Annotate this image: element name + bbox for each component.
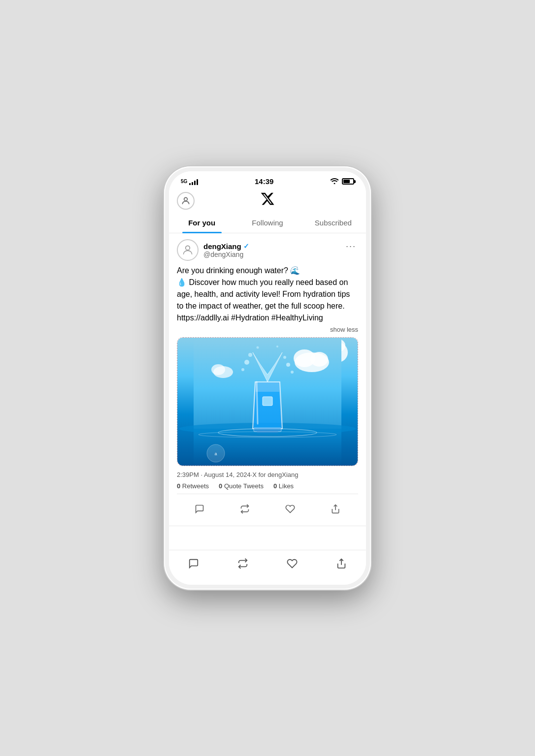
tab-subscribed[interactable]: Subscribed (301, 212, 366, 233)
tab-following[interactable]: Following (234, 212, 300, 233)
status-left: 5G (181, 178, 198, 185)
app-header (169, 188, 366, 212)
retweet-button[interactable] (235, 501, 255, 517)
profile-avatar-button[interactable] (177, 192, 195, 210)
signal-bar-3 (194, 181, 196, 185)
status-right (330, 177, 354, 186)
tab-bar: For you Following Subscribed (169, 212, 366, 233)
water-visual: a (177, 338, 358, 466)
signal-bar-2 (192, 182, 193, 185)
tweet-actions (177, 498, 358, 520)
svg-point-1 (186, 246, 190, 250)
svg-point-13 (244, 360, 249, 365)
svg-point-16 (291, 371, 294, 374)
svg-rect-12 (263, 397, 272, 406)
verified-badge: ✓ (243, 242, 249, 250)
bottom-reply-button[interactable] (182, 555, 205, 575)
tweet: dengXiang ✓ @dengXiang ··· Are you drink… (169, 233, 366, 526)
tweet-text: Are you drinking enough water? 🌊💧 Discov… (177, 265, 358, 324)
retweet-count[interactable]: 0 Retweets (177, 482, 209, 490)
reply-button[interactable] (190, 501, 209, 517)
show-less-button[interactable]: show less (177, 326, 358, 333)
battery-fill (343, 180, 350, 183)
like-count[interactable]: 0 Likes (273, 482, 294, 490)
bottom-share-button[interactable] (330, 555, 353, 575)
svg-point-15 (286, 363, 290, 367)
quote-tweet-count[interactable]: 0 Quote Tweets (219, 482, 264, 490)
signal-bars (189, 178, 198, 185)
status-bar: 5G 14:39 (169, 171, 366, 188)
bottom-nav (169, 550, 366, 585)
svg-point-0 (184, 197, 188, 201)
battery-icon (342, 178, 354, 185)
svg-point-14 (241, 368, 244, 371)
tweet-image: a (177, 337, 358, 466)
tweet-author: dengXiang ✓ @dengXiang (177, 239, 249, 261)
signal-bar-1 (189, 183, 191, 185)
svg-rect-22 (257, 431, 278, 433)
svg-point-19 (257, 346, 259, 349)
bottom-retweet-button[interactable] (232, 555, 254, 575)
status-time: 14:39 (255, 177, 273, 186)
avatar[interactable] (177, 239, 199, 261)
tab-for-you[interactable]: For you (169, 212, 234, 233)
water-splash-svg: a (177, 338, 358, 466)
tweet-stats: 0 Retweets 0 Quote Tweets 0 Likes (177, 482, 358, 494)
svg-point-18 (283, 356, 286, 359)
wifi-icon (330, 177, 339, 186)
svg-point-7 (211, 364, 225, 375)
phone-screen: 5G 14:39 (169, 171, 366, 585)
author-handle: @dengXiang (203, 251, 249, 258)
tweet-meta: 2:39PM · August 14, 2024·X for dengXiang (177, 471, 358, 478)
x-logo (260, 191, 275, 210)
signal-bar-4 (197, 179, 198, 185)
network-type: 5G (181, 179, 187, 184)
more-options-button[interactable]: ··· (344, 239, 358, 253)
svg-point-17 (248, 353, 252, 357)
feed: dengXiang ✓ @dengXiang ··· Are you drink… (169, 233, 366, 550)
like-button[interactable] (280, 501, 300, 517)
author-name: dengXiang ✓ (203, 242, 249, 251)
author-info: dengXiang ✓ @dengXiang (203, 242, 249, 258)
svg-point-20 (276, 346, 278, 347)
tweet-header: dengXiang ✓ @dengXiang ··· (177, 239, 358, 261)
svg-point-5 (310, 352, 328, 367)
bottom-like-button[interactable] (281, 555, 303, 575)
share-button[interactable] (326, 501, 345, 517)
phone-frame: 5G 14:39 (164, 166, 371, 590)
